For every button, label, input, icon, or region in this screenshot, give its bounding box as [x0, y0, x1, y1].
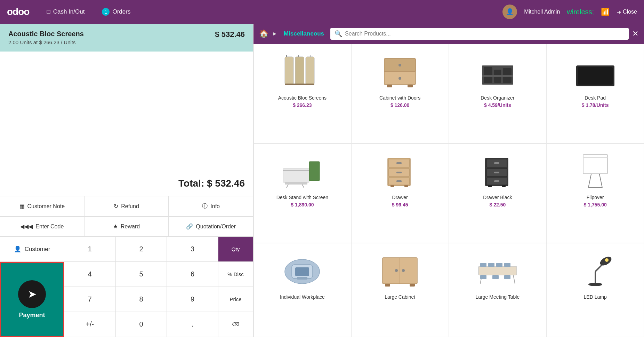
- refund-icon: ↻: [114, 203, 118, 210]
- search-bar: 🏠 ► Miscellaneous 🔍 ✕: [253, 24, 644, 44]
- key-disc[interactable]: % Disc: [218, 262, 253, 287]
- numpad-grid: 1 2 3 Qty 4 5 6 % Disc 7 8 9 Price: [64, 237, 253, 337]
- svg-rect-13: [408, 85, 413, 87]
- svg-rect-35: [404, 185, 408, 187]
- search-input-wrap: 🔍: [330, 28, 629, 40]
- product-name: Drawer Black: [483, 195, 512, 200]
- logo: odoo: [7, 6, 29, 17]
- quotation-order-button[interactable]: 🔗 Quotation/Order: [169, 217, 253, 236]
- order-item-sub: 2.00 Units at $ 266.23 / Units: [8, 39, 84, 45]
- svg-rect-63: [480, 263, 486, 267]
- numpad-row-4: +/- 0 . ⌫: [64, 312, 253, 337]
- key-5[interactable]: 5: [116, 262, 167, 287]
- product-image: [473, 249, 522, 291]
- product-card[interactable]: Drawer $ 99.45: [351, 143, 449, 243]
- key-price[interactable]: Price: [218, 287, 253, 312]
- product-price: $ 1.78/Units: [582, 102, 609, 108]
- product-card[interactable]: Desk Stand with Screen $ 1,890.00: [253, 143, 351, 243]
- key-qty[interactable]: Qty: [218, 237, 253, 262]
- key-7[interactable]: 7: [64, 287, 116, 312]
- svg-line-25: [287, 185, 288, 188]
- key-2[interactable]: 2: [116, 237, 167, 262]
- close-icon: ➜: [617, 9, 621, 15]
- key-9[interactable]: 9: [167, 287, 218, 312]
- breadcrumb: Miscellaneous: [284, 30, 324, 37]
- order-item-name: Acoustic Bloc Screens: [8, 30, 84, 38]
- product-name: Individual Workplace: [280, 294, 325, 300]
- product-image: [376, 149, 424, 191]
- svg-point-10: [399, 77, 401, 80]
- product-card[interactable]: Desk Organizer $ 4.59/Units: [449, 44, 547, 143]
- svg-rect-42: [494, 180, 499, 182]
- enter-code-button[interactable]: ◀◀◀ Enter Code: [0, 217, 84, 236]
- customer-note-button[interactable]: ▦ Customer Note: [0, 196, 84, 217]
- svg-rect-67: [480, 275, 486, 279]
- product-card[interactable]: Large Cabinet: [351, 243, 449, 337]
- product-card[interactable]: Flipover $ 1,755.00: [546, 143, 644, 243]
- order-item-price: $ 532.46: [215, 30, 245, 39]
- orders-button[interactable]: 1 Orders: [98, 6, 134, 18]
- clear-search-button[interactable]: ✕: [632, 29, 638, 38]
- order-total: Total: $ 532.46: [178, 178, 245, 189]
- close-button[interactable]: ➜ Close: [617, 9, 637, 15]
- key-6[interactable]: 6: [167, 262, 218, 287]
- key-plusminus[interactable]: +/-: [64, 312, 116, 337]
- key-dot[interactable]: .: [167, 312, 218, 337]
- action-buttons-2: ◀◀◀ Enter Code ★ Reward 🔗 Quotation/Orde…: [0, 217, 253, 236]
- svg-rect-40: [494, 162, 499, 164]
- product-card[interactable]: Drawer Black $ 22.50: [449, 143, 547, 243]
- product-card[interactable]: Individual Workplace: [253, 243, 351, 337]
- svg-rect-33: [396, 180, 402, 182]
- main-content: Acoustic Bloc Screens 2.00 Units at $ 26…: [0, 24, 644, 337]
- key-1[interactable]: 1: [64, 237, 116, 262]
- user-name: Mitchell Admin: [524, 9, 560, 15]
- key-3[interactable]: 3: [167, 237, 218, 262]
- info-button[interactable]: ⓘ Info: [169, 196, 253, 217]
- key-backspace[interactable]: ⌫: [218, 312, 253, 337]
- svg-rect-3: [285, 84, 314, 85]
- product-card[interactable]: Acoustic Bloc Screens $ 266.23: [253, 44, 351, 143]
- refund-button[interactable]: ↻ Refund: [84, 196, 169, 217]
- link-icon: 🔗: [186, 223, 193, 230]
- product-card[interactable]: Desk Pad $ 1.78/Units: [546, 44, 644, 143]
- cash-in-out-button[interactable]: □ Cash In/Out: [43, 6, 88, 17]
- svg-rect-20: [578, 67, 613, 85]
- product-image: [376, 249, 424, 291]
- product-card[interactable]: Cabinet with Doors $ 126.00: [351, 44, 449, 143]
- customer-button[interactable]: 👤 Customer: [0, 237, 64, 262]
- key-8[interactable]: 8: [116, 287, 167, 312]
- search-input[interactable]: [345, 31, 625, 37]
- svg-rect-59: [410, 284, 415, 287]
- svg-rect-52: [295, 267, 309, 276]
- svg-rect-22: [309, 162, 320, 181]
- svg-rect-69: [504, 275, 510, 279]
- svg-rect-41: [494, 172, 499, 173]
- home-button[interactable]: 🏠: [259, 29, 268, 38]
- product-image: [571, 249, 620, 291]
- svg-rect-44: [502, 185, 506, 187]
- cash-icon: □: [47, 8, 50, 15]
- svg-rect-68: [492, 275, 499, 279]
- reward-button[interactable]: ★ Reward: [84, 217, 169, 236]
- arrow-right-icon: ➤: [28, 288, 37, 300]
- product-image: [278, 249, 327, 291]
- key-4[interactable]: 4: [64, 262, 116, 287]
- svg-point-56: [395, 269, 398, 272]
- numpad-row-3: 7 8 9 Price: [64, 287, 253, 312]
- svg-rect-12: [387, 85, 392, 87]
- product-name: Flipover: [587, 195, 604, 200]
- numpad-row-2: 4 5 6 % Disc: [64, 262, 253, 287]
- product-card[interactable]: LED Lamp: [546, 243, 644, 337]
- payment-button[interactable]: ➤ Payment: [0, 262, 64, 337]
- wifi-icon: wireless;: [567, 8, 594, 16]
- star-icon: ★: [113, 223, 118, 230]
- key-0[interactable]: 0: [116, 312, 167, 337]
- product-name: LED Lamp: [584, 294, 607, 300]
- wifi-icon2: 📶: [601, 8, 610, 16]
- svg-point-9: [399, 64, 401, 66]
- product-image: [571, 50, 620, 92]
- product-price: $ 4.59/Units: [484, 102, 511, 108]
- product-image: [376, 50, 424, 92]
- svg-rect-1: [295, 57, 304, 85]
- product-card[interactable]: Large Meeting Table: [449, 243, 547, 337]
